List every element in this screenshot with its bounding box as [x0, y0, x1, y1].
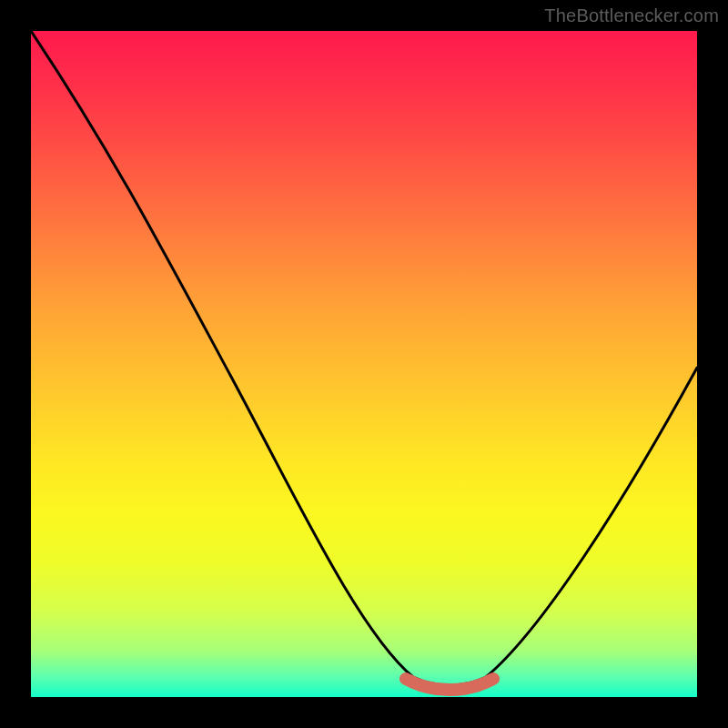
plot-area: [31, 31, 697, 697]
highlight-segment: [406, 679, 493, 690]
highlight-svg: [31, 31, 697, 697]
attribution-text: TheBottlenecker.com: [544, 5, 719, 26]
